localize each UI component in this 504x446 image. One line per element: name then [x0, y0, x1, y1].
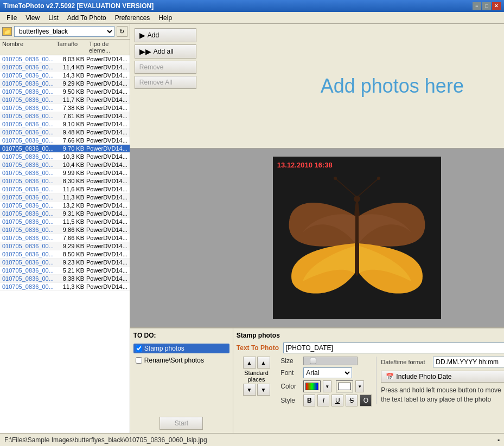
strikethrough-button[interactable]: S: [346, 395, 358, 406]
svg-point-3: [334, 177, 337, 180]
datetime-format-selector[interactable]: DD.MM.YYYY hh:mm: [433, 357, 504, 367]
color-picker-button[interactable]: [303, 380, 321, 392]
arrow-up-left-button[interactable]: ▲: [243, 357, 256, 369]
font-selector[interactable]: Arial: [303, 367, 352, 378]
italic-button[interactable]: I: [317, 395, 329, 406]
menu-file[interactable]: File: [2, 13, 21, 23]
arrow-down-left-button[interactable]: ▼: [243, 384, 256, 396]
file-size: 10,4 KB: [56, 161, 86, 168]
file-row[interactable]: 010705_0836_00... 9,29 KB PowerDVD14...: [0, 242, 130, 250]
file-row[interactable]: 010705_0836_00... 9,31 KB PowerDVD14...: [0, 210, 130, 218]
file-name: 010705_0836_00...: [2, 113, 56, 119]
file-row[interactable]: 010705_0836_00... 8,30 KB PowerDVD14...: [0, 177, 130, 185]
menu-preferences[interactable]: Preferences: [111, 13, 155, 23]
file-row[interactable]: 010705_0836_00... 13,2 KB PowerDVD14...: [0, 202, 130, 210]
file-row[interactable]: 010705_0836_00... 10,4 KB PowerDVD14...: [0, 161, 130, 169]
file-name: 010705_0836_00...: [2, 178, 56, 184]
remove-button[interactable]: Remove: [135, 61, 196, 74]
menu-list[interactable]: List: [44, 13, 63, 23]
folder-selector[interactable]: butterflyes_black: [14, 26, 114, 37]
file-row[interactable]: 010705_0836_00... 9,99 KB PowerDVD14...: [0, 169, 130, 177]
file-size: 8,50 KB: [56, 251, 86, 257]
file-row[interactable]: 010705_0836_00... 11,3 KB PowerDVD14...: [0, 283, 130, 291]
file-name: 010705_0836_00...: [2, 161, 56, 168]
bottom-content: TO DO: Stamp photos Rename\Sort photos S…: [130, 328, 504, 433]
add-button[interactable]: ▶ Add: [135, 28, 196, 42]
file-size: 9,50 KB: [56, 88, 86, 95]
file-row[interactable]: 010705_0836_00... 8,38 KB PowerDVD14...: [0, 275, 130, 283]
include-photo-date-button[interactable]: 📅 Include Photo Date: [381, 371, 504, 383]
file-name: 010705_0836_00...: [2, 153, 56, 160]
file-row[interactable]: 010705_0836_00... 9,70 KB PowerDVD14...: [0, 145, 130, 153]
file-row[interactable]: 010705_0836_00... 9,29 KB PowerDVD14...: [0, 80, 130, 88]
photo-timestamp[interactable]: 13.12.2010 16:38: [277, 161, 333, 169]
outline-button[interactable]: O: [360, 395, 372, 406]
file-row[interactable]: 010705_0836_00... 7,66 KB PowerDVD14...: [0, 137, 130, 145]
file-type: PowerDVD14...: [86, 243, 127, 249]
add-all-button[interactable]: ▶▶ Add all: [135, 44, 196, 59]
file-row[interactable]: 010705_0836_00... 9,50 KB PowerDVD14...: [0, 88, 130, 96]
file-size: 9,29 KB: [56, 80, 86, 87]
close-button[interactable]: ✕: [492, 2, 501, 10]
file-type: PowerDVD14...: [86, 194, 127, 201]
file-row[interactable]: 010705_0836_00... 9,23 KB PowerDVD14...: [0, 258, 130, 267]
underline-button[interactable]: U: [331, 395, 343, 406]
file-name: 010705_0836_00...: [2, 129, 56, 135]
file-row[interactable]: 010705_0836_00... 11,6 KB PowerDVD14...: [0, 185, 130, 193]
preview-area-top: Add photos here: [201, 24, 504, 148]
rename-sort-checkbox[interactable]: [136, 357, 142, 364]
file-name: 010705_0836_00...: [2, 227, 56, 233]
menu-help[interactable]: Help: [154, 13, 176, 23]
file-row[interactable]: 010705_0836_00... 8,50 KB PowerDVD14...: [0, 250, 130, 258]
titlebar-controls: − □ ✕: [473, 2, 501, 10]
file-row[interactable]: 010705_0836_00... 5,21 KB PowerDVD14...: [0, 267, 130, 275]
text-to-photo-row: Text To Photo ◀: [237, 342, 504, 353]
file-name: 010705_0836_00...: [2, 145, 56, 152]
start-button[interactable]: Start: [160, 417, 203, 430]
file-type: PowerDVD14...: [86, 202, 127, 209]
stamp-photos-checkbox[interactable]: [136, 345, 142, 352]
todo-rename-sort[interactable]: Rename\Sort photos: [133, 355, 229, 365]
file-size: 11,6 KB: [56, 186, 86, 192]
arrow-down-right-button[interactable]: ▼: [257, 384, 270, 396]
file-size: 7,66 KB: [56, 235, 86, 241]
menu-view[interactable]: View: [21, 13, 44, 23]
file-type: PowerDVD14...: [86, 121, 127, 127]
file-row[interactable]: 010705_0836_00... 11,7 KB PowerDVD14...: [0, 96, 130, 104]
file-row[interactable]: 010705_0836_00... 11,3 KB PowerDVD14...: [0, 193, 130, 202]
statusbar: F:\Files\Sample Images\butterflyes_black…: [0, 433, 504, 446]
bold-button[interactable]: B: [303, 395, 315, 406]
file-row[interactable]: 010705_0836_00... 9,10 KB PowerDVD14...: [0, 120, 130, 128]
main-container: 📁 butterflyes_black ↻ Nombre Tamaño Tipo…: [0, 24, 504, 433]
file-name: 010705_0836_00...: [2, 243, 56, 249]
file-row[interactable]: 010705_0836_00... 7,66 KB PowerDVD14...: [0, 234, 130, 242]
file-row[interactable]: 010705_0836_00... 14,3 KB PowerDVD14...: [0, 72, 130, 80]
arrow-up-right-button[interactable]: ▲: [257, 357, 270, 369]
file-row[interactable]: 010705_0836_00... 7,38 KB PowerDVD14...: [0, 104, 130, 112]
file-name: 010705_0836_00...: [2, 218, 56, 225]
file-row[interactable]: 010705_0836_00... 10,3 KB PowerDVD14...: [0, 153, 130, 161]
secondary-color-button[interactable]: [336, 380, 353, 392]
file-type: PowerDVD14...: [86, 145, 127, 152]
todo-stamp-photos[interactable]: Stamp photos: [133, 344, 229, 353]
maximize-button[interactable]: □: [482, 2, 491, 10]
folder-icon: 📁: [2, 27, 12, 36]
minimize-button[interactable]: −: [473, 2, 481, 10]
file-row[interactable]: 010705_0836_00... 9,86 KB PowerDVD14...: [0, 226, 130, 234]
color-dropdown-button[interactable]: ▼: [323, 380, 331, 392]
size-slider[interactable]: [303, 357, 358, 365]
file-size: 8,38 KB: [56, 275, 86, 282]
refresh-button[interactable]: ↻: [117, 26, 127, 37]
file-type: PowerDVD14...: [86, 235, 127, 241]
file-row[interactable]: 010705_0836_00... 7,61 KB PowerDVD14...: [0, 112, 130, 120]
file-size: 5,21 KB: [56, 267, 86, 274]
file-row[interactable]: 010705_0836_00... 11,4 KB PowerDVD14...: [0, 63, 130, 72]
file-row[interactable]: 010705_0836_00... 11,5 KB PowerDVD14...: [0, 218, 130, 226]
menu-add-to-photo[interactable]: Add To Photo: [63, 13, 111, 23]
text-to-photo-input[interactable]: [283, 342, 504, 353]
file-row[interactable]: 010705_0836_00... 9,48 KB PowerDVD14...: [0, 128, 130, 137]
secondary-color-dropdown[interactable]: ▼: [355, 380, 364, 392]
titlebar: TimeToPhoto v2.7.5092 [EVALUATION VERSIO…: [0, 0, 504, 12]
file-row[interactable]: 010705_0836_00... 8,03 KB PowerDVD14...: [0, 55, 130, 63]
remove-all-button[interactable]: Remove All: [135, 76, 196, 89]
